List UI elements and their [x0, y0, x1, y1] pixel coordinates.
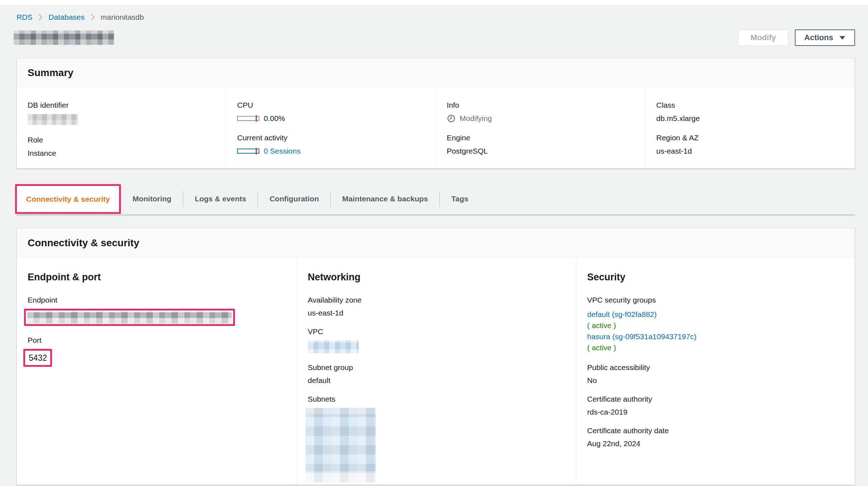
summary-title: Summary	[28, 67, 844, 79]
public-accessibility-value: No	[587, 376, 844, 385]
db-name-redacted	[14, 31, 114, 45]
summary-col-cpu: CPU 0.00% Current activity 0 Sessions	[226, 88, 435, 168]
vpc-label: VPC	[308, 327, 565, 336]
summary-col-identifier: DB identifier Role Instance	[17, 88, 226, 168]
current-activity-label: Current activity	[237, 134, 425, 142]
breadcrumb-current: marionitasdb	[101, 13, 144, 22]
networking-title: Networking	[308, 272, 565, 283]
connectivity-security-panel: Connectivity & security Endpoint & port …	[16, 228, 855, 485]
class-value: db.m5.xlarge	[656, 114, 844, 123]
db-identifier-redacted	[28, 114, 78, 125]
endpoint-port-title: Endpoint & port	[28, 272, 286, 283]
tab-maintenance-backups[interactable]: Maintenance & backups	[331, 195, 439, 203]
cpu-meter	[237, 116, 259, 121]
caret-down-icon	[839, 36, 846, 40]
annotation-box-port: 5432	[23, 349, 52, 367]
security-group-status: ( active )	[587, 320, 844, 331]
cpu-value: 0.00%	[264, 114, 285, 123]
security-group-status: ( active )	[587, 342, 844, 353]
activity-meter-tick	[256, 148, 257, 154]
certificate-authority-value: rds-ca-2019	[587, 408, 844, 416]
top-strip	[0, 0, 868, 5]
role-label: Role	[28, 136, 215, 144]
subnets-label: Subnets	[308, 395, 565, 403]
annotation-box-endpoint	[24, 309, 235, 326]
actions-button[interactable]: Actions	[795, 29, 855, 46]
modify-button[interactable]: Modify	[738, 29, 788, 46]
connectivity-header: Connectivity & security	[17, 228, 855, 258]
tab-configuration[interactable]: Configuration	[258, 195, 330, 203]
public-accessibility-label: Public accessibility	[587, 363, 844, 372]
class-label: Class	[656, 101, 844, 109]
certificate-authority-date-value: Aug 22nd, 2024	[587, 439, 844, 448]
summary-col-info: Info Modifying Engine PostgreSQL	[436, 88, 645, 168]
subnets-list-redacted	[306, 408, 376, 482]
summary-panel: Summary DB identifier Role Instance CPU	[16, 58, 855, 169]
security-column: Security VPC security groups default (sg…	[576, 258, 855, 485]
db-identifier-label: DB identifier	[28, 101, 215, 109]
breadcrumb-chevron-icon	[90, 14, 95, 21]
engine-value: PostgreSQL	[447, 147, 635, 155]
connectivity-title: Connectivity & security	[28, 237, 844, 249]
networking-column: Networking Availability zone us-east-1d …	[297, 258, 576, 485]
endpoint-port-column: Endpoint & port Endpoint Port 5432	[17, 258, 297, 485]
vpc-security-groups-label: VPC security groups	[587, 296, 844, 304]
cpu-label: CPU	[237, 101, 425, 109]
certificate-authority-date-label: Certificate authority date	[587, 426, 844, 435]
breadcrumb: RDS Databases marionitasdb	[16, 13, 855, 22]
availability-zone-label: Availability zone	[308, 296, 565, 304]
certificate-authority-label: Certificate authority	[587, 395, 844, 403]
port-label: Port	[28, 336, 286, 345]
region-az-value: us-east-1d	[656, 147, 844, 155]
breadcrumb-chevron-icon	[38, 14, 43, 21]
summary-body: DB identifier Role Instance CPU 0.00%	[17, 88, 855, 168]
summary-col-class: Class db.m5.xlarge Region & AZ us-east-1…	[645, 88, 855, 168]
pending-clock-icon	[447, 114, 456, 123]
security-group-link[interactable]: hasura (sg-09f531a109437197c)	[587, 332, 697, 341]
tab-connectivity-security[interactable]: Connectivity & security	[25, 195, 111, 204]
info-label: Info	[447, 101, 635, 109]
endpoint-label: Endpoint	[28, 296, 286, 304]
vpc-value-redacted	[308, 340, 359, 353]
activity-meter	[237, 149, 259, 154]
title-row: Modify Actions	[16, 29, 855, 46]
info-status-value: Modifying	[460, 114, 492, 123]
sessions-link[interactable]: 0 Sessions	[264, 147, 301, 155]
engine-label: Engine	[447, 134, 635, 142]
breadcrumb-link-databases[interactable]: Databases	[48, 13, 84, 22]
region-az-label: Region & AZ	[656, 134, 844, 142]
availability-zone-value: us-east-1d	[308, 309, 565, 317]
actions-button-label: Actions	[804, 33, 833, 42]
subnet-group-value: default	[308, 376, 565, 385]
connectivity-body: Endpoint & port Endpoint Port 5432 Netwo…	[17, 258, 855, 485]
detail-tabs: Connectivity & security Monitoring Logs …	[16, 183, 855, 215]
cpu-meter-tick	[256, 115, 257, 122]
annotation-box-active-tab: Connectivity & security	[15, 184, 121, 214]
security-title: Security	[587, 272, 844, 283]
page-content: RDS Databases marionitasdb Modify Action…	[0, 5, 868, 485]
endpoint-value-redacted	[27, 311, 232, 323]
header-actions: Modify Actions	[738, 29, 855, 46]
tab-tags[interactable]: Tags	[440, 195, 480, 203]
subnet-group-label: Subnet group	[308, 363, 565, 372]
tab-logs-events[interactable]: Logs & events	[183, 195, 258, 203]
tab-monitoring[interactable]: Monitoring	[121, 195, 183, 203]
breadcrumb-link-rds[interactable]: RDS	[16, 13, 32, 22]
security-group-link[interactable]: default (sg-f02fa882)	[587, 310, 657, 318]
role-value: Instance	[28, 149, 215, 158]
summary-header: Summary	[17, 58, 855, 88]
port-value: 5432	[29, 353, 47, 363]
